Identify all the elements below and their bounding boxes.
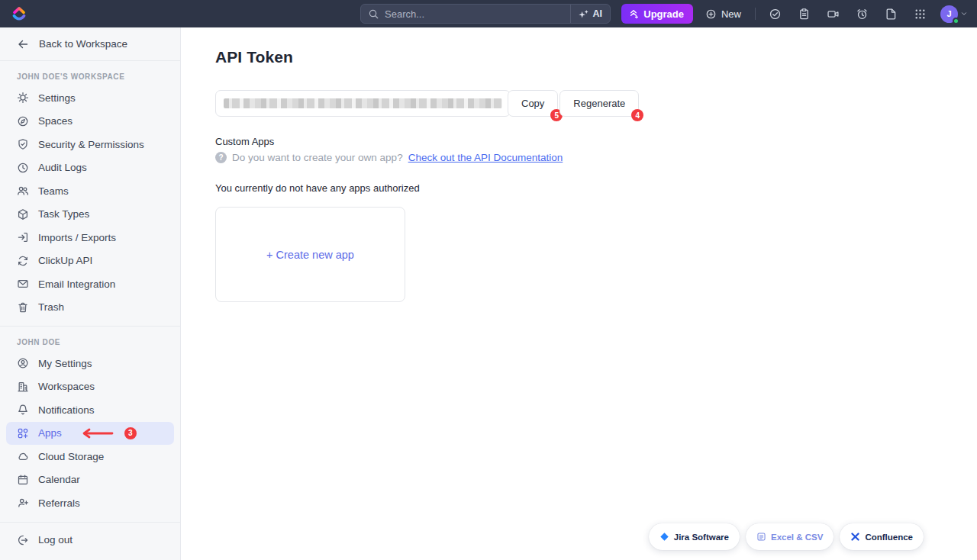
avatar-initial: J	[946, 9, 951, 18]
topbar: AI Upgrade New J	[0, 0, 977, 27]
clipboard-icon[interactable]	[794, 4, 814, 24]
pill-label: Jira Software	[674, 533, 729, 542]
sidebar-item-label: Audit Logs	[38, 162, 87, 173]
alarm-icon[interactable]	[852, 4, 872, 24]
sidebar-sections: JOHN DOE'S WORKSPACESettingsSpacesSecuri…	[0, 61, 180, 552]
account-menu[interactable]: J	[940, 5, 968, 23]
import-icon	[17, 231, 29, 243]
excel-csv-button[interactable]: Excel & CSV	[746, 523, 834, 550]
sidebar-item-label: Imports / Exports	[38, 232, 116, 243]
sidebar-item-my-settings[interactable]: My Settings	[6, 352, 174, 375]
new-button[interactable]: New	[701, 4, 746, 24]
sidebar-item-label: Notifications	[38, 404, 95, 416]
sidebar-item-cloud-storage[interactable]: Cloud Storage	[6, 445, 174, 468]
regenerate-annotation-badge: 4	[631, 109, 643, 121]
pill-label: Confluence	[865, 533, 913, 542]
search-input[interactable]	[385, 8, 570, 20]
clock-icon	[17, 162, 29, 174]
cube-icon	[17, 208, 29, 220]
sidebar-item-label: Settings	[38, 92, 76, 104]
sidebar-item-label: Trash	[38, 301, 64, 313]
sidebar-item-notifications[interactable]: Notifications	[6, 398, 174, 422]
trash-icon	[17, 301, 29, 314]
custom-apps-help: ? Do you want to create your own app? Ch…	[215, 152, 977, 163]
sidebar-item-label: Apps	[38, 427, 62, 439]
sidebar-section-header: JOHN DOE	[0, 327, 180, 352]
regenerate-button[interactable]: Regenerate 4	[559, 90, 639, 117]
sidebar-item-label: Task Types	[38, 208, 89, 220]
api-token-field[interactable]	[215, 90, 511, 117]
sidebar-item-label: Referrals	[38, 497, 80, 509]
sidebar-item-referrals[interactable]: Referrals	[6, 491, 174, 515]
jira-software-button[interactable]: Jira Software	[649, 523, 740, 550]
compass-icon	[17, 115, 29, 127]
shield-check-icon	[17, 138, 29, 150]
user-circle-icon	[17, 357, 29, 369]
bell-icon	[17, 404, 29, 416]
upgrade-button[interactable]: Upgrade	[621, 4, 693, 24]
sidebar-item-label: Calendar	[38, 474, 80, 485]
regenerate-label: Regenerate	[573, 98, 625, 109]
copy-label: Copy	[521, 98, 544, 109]
sidebar-item-label: Log out	[38, 534, 73, 546]
arrow-left-icon	[17, 38, 29, 50]
upgrade-icon	[628, 8, 639, 19]
gear-icon	[17, 92, 29, 104]
api-icon	[17, 255, 29, 267]
sidebar-item-security-permissions[interactable]: Security & Permissions	[6, 133, 174, 156]
integration-shortcuts: Jira SoftwareExcel & CSVConfluence	[649, 523, 924, 550]
sidebar-item-email-integration[interactable]: Email Integration	[6, 272, 174, 296]
sidebar-item-task-types[interactable]: Task Types	[6, 203, 174, 227]
sidebar-item-workspaces[interactable]: Workspaces	[6, 375, 174, 399]
sidebar-item-trash[interactable]: Trash	[6, 296, 174, 320]
search-bar[interactable]: AI	[360, 4, 611, 24]
sidebar-item-spaces[interactable]: Spaces	[6, 110, 174, 134]
clickup-logo-icon[interactable]	[11, 5, 27, 23]
back-to-workspace-label: Back to Workspace	[39, 38, 127, 50]
sidebar-item-clickup-api[interactable]: ClickUp API	[6, 249, 174, 273]
sidebar-item-audit-logs[interactable]: Audit Logs	[6, 156, 174, 180]
question-icon: ?	[215, 152, 227, 163]
sidebar-section-header: JOHN DOE'S WORKSPACE	[0, 61, 180, 86]
topbar-divider	[755, 8, 756, 20]
help-text: Do you want to create your own app?	[232, 152, 403, 163]
sidebar-item-settings[interactable]: Settings	[6, 86, 174, 110]
chevron-down-icon	[960, 10, 968, 18]
confluence-button[interactable]: Confluence	[840, 523, 924, 550]
excel-icon	[756, 532, 766, 542]
create-new-app-label: + Create new app	[266, 249, 354, 261]
search-icon	[368, 8, 379, 20]
upgrade-label: Upgrade	[643, 8, 684, 20]
avatar[interactable]: J	[940, 5, 958, 23]
ai-label: AI	[593, 8, 603, 19]
sidebar-item-apps[interactable]: Apps3	[6, 422, 174, 446]
sidebar-item-label: Security & Permissions	[38, 139, 144, 150]
confluence-icon	[850, 532, 860, 542]
sidebar-item-teams[interactable]: Teams	[6, 179, 174, 203]
plus-circle-icon	[705, 8, 717, 20]
sidebar-item-label: Email Integration	[38, 278, 115, 290]
ai-button[interactable]: AI	[570, 5, 611, 23]
custom-apps-label: Custom Apps	[215, 136, 977, 147]
sidebar-item-label: ClickUp API	[38, 255, 92, 266]
doc-icon[interactable]	[881, 4, 901, 24]
jira-icon	[659, 532, 669, 542]
sidebar-item-label: Teams	[38, 185, 69, 197]
page-title: API Token	[215, 48, 977, 66]
copy-button[interactable]: Copy 5	[508, 90, 558, 117]
sidebar-item-calendar[interactable]: Calendar	[6, 468, 174, 492]
sidebar-item-label: Workspaces	[38, 381, 95, 392]
grid-icon[interactable]	[910, 4, 930, 24]
sidebar-item-log-out[interactable]: Log out	[6, 529, 174, 552]
topbar-icon-strip	[765, 4, 930, 24]
calendar-icon	[17, 474, 29, 486]
api-documentation-link[interactable]: Check out the API Documentation	[408, 152, 563, 163]
building-icon	[17, 381, 29, 393]
video-icon[interactable]	[823, 4, 843, 24]
check-circle-icon[interactable]	[765, 4, 785, 24]
back-to-workspace-button[interactable]: Back to Workspace	[0, 27, 180, 60]
sidebar-item-label: Spaces	[38, 115, 73, 127]
sidebar-item-imports-exports[interactable]: Imports / Exports	[6, 226, 174, 249]
api-token-value-obscured	[224, 98, 502, 108]
create-new-app-card[interactable]: + Create new app	[215, 207, 405, 302]
